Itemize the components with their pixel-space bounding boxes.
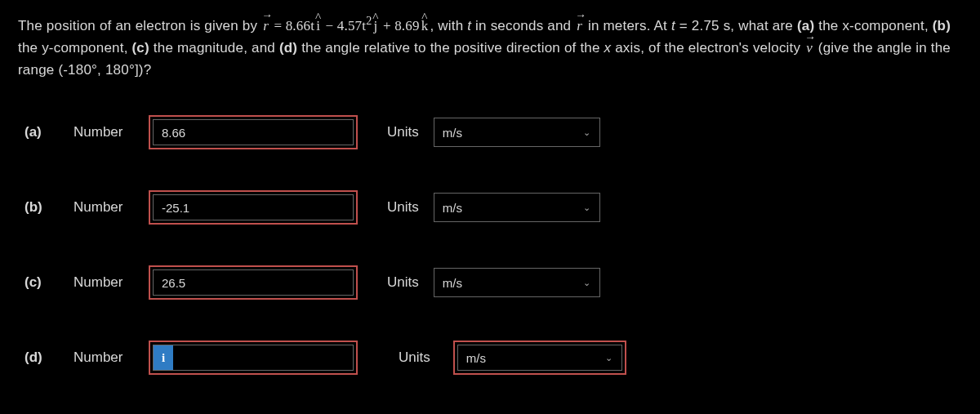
- part-id: (b): [24, 199, 74, 216]
- part-a-row: (a) Number Units m/s ⌄: [24, 115, 962, 149]
- number-input-wrap: i: [149, 341, 358, 375]
- units-select-wrap: m/s ⌄: [434, 118, 600, 147]
- info-icon[interactable]: i: [153, 345, 173, 371]
- unit-vector-j: j: [372, 15, 380, 37]
- number-input-b[interactable]: [153, 194, 354, 220]
- problem-statement: The position of an electron is given by …: [18, 11, 962, 81]
- unit-vector-k: k: [420, 15, 430, 37]
- units-label: Units: [399, 349, 430, 366]
- number-input-a[interactable]: [153, 119, 354, 145]
- number-label: Number: [74, 199, 149, 216]
- part-id: (a): [24, 124, 74, 140]
- number-label: Number: [74, 124, 149, 140]
- units-select-c[interactable]: m/s: [434, 268, 600, 297]
- number-label: Number: [74, 349, 149, 366]
- part-id: (c): [24, 274, 74, 291]
- number-input-wrap: [149, 115, 358, 149]
- number-input-wrap: [149, 265, 358, 300]
- units-select-a[interactable]: m/s: [434, 118, 600, 147]
- number-input-c[interactable]: [153, 269, 354, 296]
- vector-r: r: [261, 15, 270, 37]
- number-input-d[interactable]: [173, 345, 354, 371]
- units-select-wrap: m/s ⌄: [434, 193, 600, 222]
- units-label: Units: [387, 124, 419, 140]
- answer-parts: (a) Number Units m/s ⌄ (b) Number Units …: [18, 115, 962, 375]
- vector-v: v: [804, 37, 814, 59]
- part-c-row: (c) Number Units m/s ⌄: [24, 265, 962, 300]
- unit-vector-i: i: [314, 15, 322, 37]
- units-select-b[interactable]: m/s: [434, 193, 600, 222]
- part-b-row: (b) Number Units m/s ⌄: [24, 190, 962, 225]
- vector-r: r: [575, 15, 584, 37]
- number-label: Number: [74, 274, 149, 291]
- number-input-wrap: [149, 190, 358, 225]
- part-id: (d): [24, 349, 74, 366]
- units-select-wrap: m/s ⌄: [434, 268, 600, 297]
- units-label: Units: [387, 274, 419, 291]
- units-select-d[interactable]: m/s: [457, 345, 622, 371]
- units-label: Units: [387, 199, 419, 216]
- part-d-row: (d) Number i Units m/s ⌄: [24, 341, 962, 375]
- units-select-wrap: m/s ⌄: [453, 341, 626, 375]
